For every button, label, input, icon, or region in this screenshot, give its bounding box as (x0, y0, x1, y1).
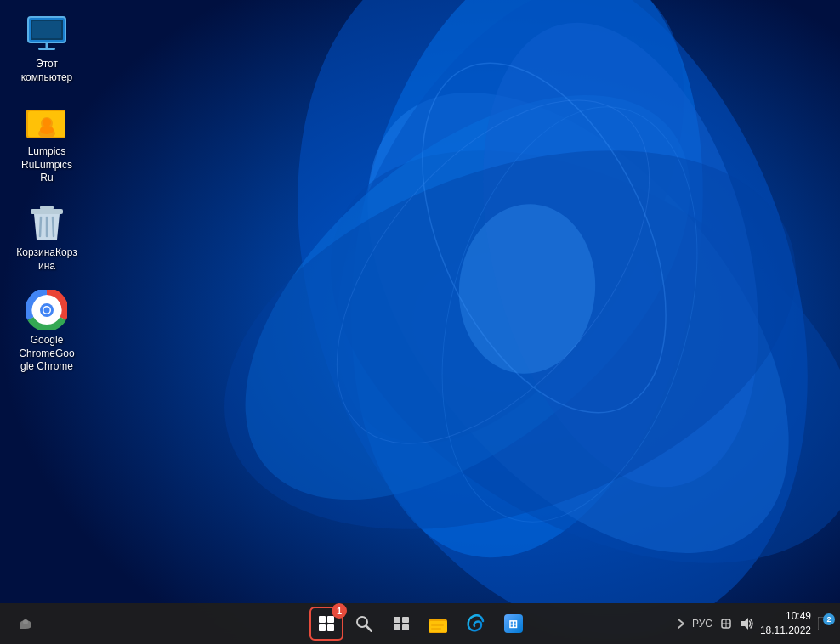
chrome-icon (26, 290, 67, 330)
clock[interactable]: 10:49 18.11.2022 (760, 609, 811, 638)
system-tray: РУС 10:49 18.11. (675, 609, 831, 638)
svg-rect-40 (394, 624, 400, 630)
desktop-icon-this-computer[interactable]: Этот компьютер (13, 8, 81, 89)
recycle-bin-icon (26, 202, 67, 243)
svg-rect-44 (429, 621, 447, 632)
google-chrome-label: Google ChromeGoogle Chrome (16, 334, 77, 374)
svg-rect-15 (32, 21, 61, 38)
file-explorer-button[interactable] (422, 607, 456, 641)
recycle-bin-label: КорзинаКорзина (16, 246, 77, 273)
start-notification-badge: 1 (332, 603, 347, 619)
edge-button[interactable] (459, 607, 493, 641)
notification-count-badge: 2 (823, 613, 835, 625)
start-button[interactable]: 1 (309, 607, 343, 641)
clock-time: 10:49 (786, 609, 811, 624)
desktop-icons: Этот компьютер Lumpics RuLumpic (13, 8, 81, 379)
svg-point-34 (44, 308, 50, 314)
desktop-icon-recycle-bin[interactable]: КорзинаКорзина (13, 197, 81, 278)
volume-icon[interactable] (740, 617, 753, 630)
desktop: Этот компьютер Lumpics RuLumpic (0, 0, 840, 644)
search-button[interactable] (347, 607, 381, 641)
show-hidden-icons-button[interactable] (675, 618, 685, 630)
svg-rect-39 (402, 617, 409, 623)
monitor-icon (26, 14, 67, 54)
svg-line-37 (366, 626, 372, 631)
notifications-button[interactable]: 2 (818, 617, 831, 630)
this-computer-label: Этот компьютер (16, 58, 77, 84)
taskbar-center: 1 (309, 607, 531, 641)
task-view-button[interactable] (384, 607, 418, 641)
taskbar: 1 (0, 603, 840, 644)
svg-point-24 (40, 126, 54, 134)
svg-point-35 (23, 619, 28, 624)
windows-logo (319, 616, 334, 631)
svg-point-23 (43, 118, 51, 127)
svg-text:⊞: ⊞ (508, 618, 518, 630)
keyboard-layout-indicator[interactable]: РУС (692, 618, 712, 630)
network-icon[interactable] (719, 617, 733, 630)
wallpaper (0, 0, 840, 644)
lumpics-ru-label: Lumpics RuLumpics Ru (16, 145, 77, 185)
clock-date: 18.11.2022 (760, 624, 811, 638)
svg-rect-45 (431, 624, 444, 626)
store-button[interactable]: ⊞ (497, 607, 531, 641)
svg-rect-41 (402, 624, 409, 630)
desktop-icon-lumpics-ru[interactable]: Lumpics RuLumpics Ru (13, 96, 81, 190)
folder-user-icon (26, 101, 67, 142)
svg-rect-17 (38, 48, 55, 50)
svg-rect-38 (394, 617, 400, 623)
svg-line-29 (53, 217, 54, 236)
svg-line-27 (40, 217, 41, 236)
svg-rect-46 (431, 628, 441, 630)
cortana-button[interactable] (9, 607, 43, 641)
taskbar-left (9, 607, 43, 641)
svg-marker-52 (741, 618, 748, 630)
svg-rect-26 (40, 206, 54, 210)
desktop-icon-google-chrome[interactable]: Google ChromeGoogle Chrome (13, 285, 81, 379)
